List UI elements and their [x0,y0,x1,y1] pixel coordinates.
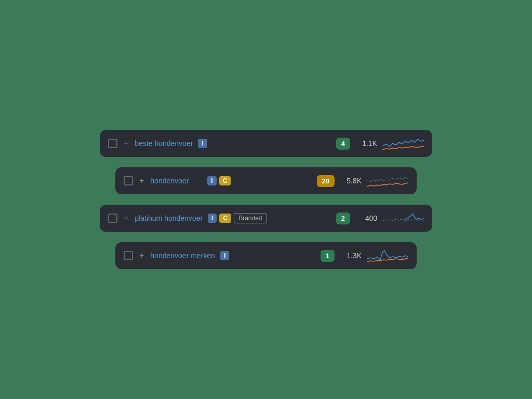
keyword-row: + platinum hondenvoer I C Branded 2 400 [100,205,432,232]
row-checkbox-2[interactable] [124,176,133,185]
badge-i-1: I [198,139,207,148]
keyword-row: + hondenvoer merken I 1 1.3K [115,242,417,269]
badge-i-3: I [208,214,217,223]
badge-branded-3: Branded [234,213,267,223]
row-checkbox-4[interactable] [124,251,133,260]
badges-3: I C Branded [208,213,267,223]
badges-1: I [198,139,207,148]
volume-2: 5.8K [340,177,362,185]
keyword-text-3: platinum hondenvoer [135,214,203,223]
keyword-row: + hondenvoer I C 20 5.8K [115,167,417,194]
badges-2: I C [207,176,231,185]
row-checkbox-1[interactable] [108,139,117,148]
keyword-list: + beste hondenvoer I 4 1.1K + hondenvoer… [0,130,532,269]
badge-i-4: I [220,251,229,260]
keyword-text-1: beste hondenvoer [135,139,193,148]
rank-badge-4: 1 [321,250,335,262]
expand-button-4[interactable]: + [138,251,145,260]
keyword-text-4: hondenvoer merken [150,251,215,260]
keyword-text-2: hondenvoer [150,176,202,185]
badge-c-3: C [219,214,231,223]
rank-badge-3: 2 [336,212,350,224]
expand-button-3[interactable]: + [123,214,129,223]
sparkline-3 [382,210,424,227]
sparkline-1 [382,135,424,152]
badge-c-2: C [219,176,231,185]
expand-button-2[interactable]: + [138,176,145,185]
volume-3: 400 [355,214,377,222]
badge-i-2: I [207,176,216,185]
sparkline-4 [367,247,408,264]
expand-button-1[interactable]: + [123,139,129,148]
rank-badge-1: 4 [336,138,350,150]
badges-4: I [220,251,229,260]
sparkline-2 [367,172,408,189]
volume-1: 1.1K [355,139,377,148]
keyword-row: + beste hondenvoer I 4 1.1K [100,130,432,157]
volume-4: 1.3K [340,251,362,260]
row-checkbox-3[interactable] [108,214,117,223]
rank-badge-2: 20 [317,175,335,187]
